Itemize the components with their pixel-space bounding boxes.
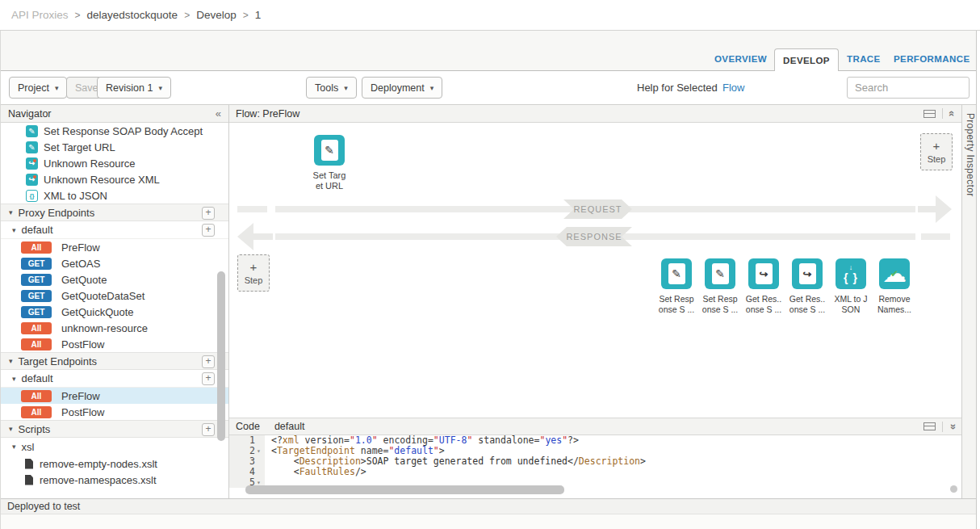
file-icon [25, 459, 33, 469]
policy-label: Set Response SOAP Body Accept [44, 125, 203, 137]
flow-policy-set-target-url[interactable]: Set Targ et URL [289, 135, 370, 191]
section-scripts[interactable]: ▾ Scripts + [1, 420, 228, 438]
code-vertical-scrollbar[interactable] [950, 485, 957, 493]
policy-label: Set Target URL [44, 141, 115, 153]
tab-overview[interactable]: OVERVIEW [714, 54, 767, 64]
target-endpoint-default[interactable]: ▾ default + [1, 370, 228, 388]
response-ribbon: RESPONSE [556, 227, 632, 246]
tab-performance[interactable]: PERFORMANCE [894, 54, 970, 64]
flow-title: Flow: PreFlow [236, 108, 299, 120]
add-proxy-endpoint-button[interactable]: + [202, 207, 215, 220]
flow-item[interactable]: All PostFlow [1, 336, 228, 352]
policy-label: Get Res.. onse S ... [789, 294, 825, 315]
flow-item[interactable]: GET GetQuoteDataSet [1, 288, 228, 304]
method-badge: All [21, 338, 52, 351]
add-script-button[interactable]: + [202, 423, 215, 436]
policy-label: Set Targ et URL [313, 170, 346, 191]
flow-policy[interactable]: Get Res.. onse S ... [785, 258, 829, 315]
response-policy-row: Set Resp onse S ... Set Resp onse S ... [655, 258, 916, 315]
policy-icon [26, 157, 38, 170]
response-arrow-icon [237, 223, 273, 250]
flow-policy[interactable]: Set Resp onse S ... [655, 258, 698, 315]
breadcrumb-proxy-name[interactable]: delayedstockquote [87, 9, 178, 21]
policy-list: Set Response SOAP Body Accept Set Target… [1, 123, 228, 204]
flow-canvas: Set Targ et URL + Step REQUEST [229, 123, 961, 418]
disclosure-triangle-icon[interactable]: ▾ [12, 226, 16, 234]
collapse-navigator-icon[interactable]: « [216, 107, 221, 120]
code-editor[interactable]: 1<?xml version="1.0" encoding="UTF-8" st… [229, 435, 961, 498]
flow-label: PostFlow [61, 406, 104, 418]
main-area: Navigator « Set Response SOAP Body Accep… [1, 105, 976, 498]
flow-item[interactable]: GET GetQuickQuote [1, 304, 228, 320]
toolbar: Project Save Revision 1 Tools Deployment… [1, 71, 976, 105]
help-flow-link[interactable]: Flow [722, 82, 744, 94]
search-input[interactable] [847, 77, 970, 99]
disclosure-triangle-icon[interactable]: ▾ [9, 208, 13, 216]
policy-item[interactable]: Set Response SOAP Body Accept [1, 123, 228, 139]
navigator-scrollbar[interactable] [217, 271, 225, 441]
script-file-item[interactable]: remove-namespaces.xslt [1, 472, 228, 488]
scripts-group-xsl[interactable]: ▾ xsl [1, 438, 228, 456]
file-label: remove-namespaces.xslt [40, 474, 157, 486]
tools-menu-button[interactable]: Tools [306, 77, 357, 99]
add-request-step-button[interactable]: + Step [920, 133, 953, 170]
disclosure-triangle-icon[interactable]: ▾ [12, 375, 16, 383]
panel-layout-icon[interactable] [923, 422, 936, 430]
group-label: default [22, 372, 53, 384]
section-target-endpoints[interactable]: ▾ Target Endpoints + [1, 352, 228, 370]
flow-item[interactable]: All PreFlow [1, 239, 228, 255]
tab-trace[interactable]: TRACE [847, 54, 881, 64]
flow-item[interactable]: All PostFlow [1, 404, 228, 420]
fold-caret-icon[interactable]: ▾ [255, 446, 262, 456]
code-horizontal-scrollbar[interactable] [245, 485, 564, 494]
policy-item[interactable]: Unknown Resource [1, 155, 228, 171]
policy-node-icon [836, 258, 866, 289]
revision-menu-button[interactable]: Revision 1 [97, 77, 171, 99]
navigator-title: Navigator [8, 108, 52, 120]
flow-label: GetQuickQuote [61, 306, 134, 318]
expand-panel-icon[interactable]: « [946, 423, 958, 429]
flow-item[interactable]: All unknown-resource [1, 320, 228, 336]
policy-item[interactable]: Set Target URL [1, 139, 228, 155]
panel-layout-icon[interactable] [923, 110, 936, 118]
deployment-menu-button[interactable]: Deployment [362, 77, 442, 99]
add-target-endpoint-button[interactable]: + [202, 355, 215, 368]
tab-develop[interactable]: DEVELOP [774, 48, 839, 71]
add-flow-button[interactable]: + [202, 372, 215, 385]
flow-label: PreFlow [61, 241, 100, 254]
add-flow-button[interactable]: + [202, 224, 215, 237]
flow-item[interactable]: GET GetQuote [1, 271, 228, 288]
flow-item[interactable]: GET GetOAS [1, 255, 228, 271]
project-menu-button[interactable]: Project [9, 77, 67, 99]
flow-policy[interactable]: Set Resp onse S ... [698, 258, 742, 315]
script-file-list: remove-empty-nodes.xslt remove-namespace… [1, 456, 228, 488]
breadcrumb-develop[interactable]: Develop [196, 9, 237, 21]
section-title: Scripts [19, 423, 51, 435]
policy-item[interactable]: XML to JSON [1, 187, 228, 204]
add-response-step-button[interactable]: + Step [237, 254, 270, 292]
breadcrumb: API Proxies > delayedstockquote > Develo… [0, 0, 980, 31]
flow-policy[interactable]: Get Res.. onse S ... [742, 258, 785, 315]
flow-label: GetQuote [61, 274, 107, 286]
property-inspector-strip[interactable]: Property Inspector [961, 105, 976, 498]
group-label: xsl [22, 441, 35, 453]
section-title: Target Endpoints [19, 355, 98, 367]
apigee-develop-page: API Proxies > delayedstockquote > Develo… [0, 0, 980, 529]
breadcrumb-api-proxies[interactable]: API Proxies [11, 9, 69, 21]
flow-policy[interactable]: Remove Names... [873, 258, 916, 315]
script-file-item[interactable]: remove-empty-nodes.xslt [1, 456, 228, 472]
code-tab-default[interactable]: default [274, 421, 305, 432]
flow-policy[interactable]: XML to J SON [829, 258, 873, 315]
proxy-endpoint-default[interactable]: ▾ default + [1, 221, 228, 239]
method-badge: GET [21, 290, 52, 302]
policy-item[interactable]: Unknown Resource XML [1, 171, 228, 187]
section-proxy-endpoints[interactable]: ▾ Proxy Endpoints + [1, 204, 228, 221]
flow-item[interactable]: All PreFlow [1, 388, 228, 404]
disclosure-triangle-icon[interactable]: ▾ [9, 357, 13, 365]
disclosure-triangle-icon[interactable]: ▾ [9, 425, 13, 433]
collapse-panel-icon[interactable]: « [946, 111, 958, 116]
policy-label: Unknown Resource [44, 157, 135, 170]
disclosure-triangle-icon[interactable]: ▾ [12, 443, 16, 451]
policy-node-icon [705, 258, 735, 289]
breadcrumb-revision[interactable]: 1 [255, 9, 262, 21]
